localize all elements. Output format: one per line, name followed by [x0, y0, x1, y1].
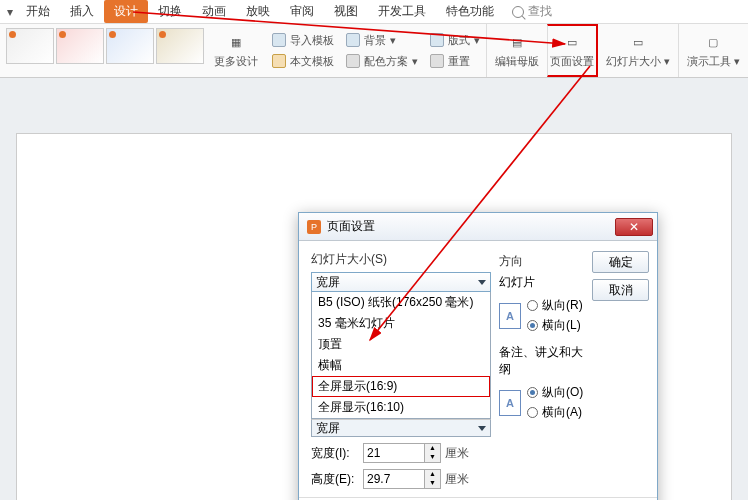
chevron-down-icon: [478, 280, 486, 285]
app-icon: P: [307, 220, 321, 234]
combo-footer[interactable]: 宽屏: [311, 419, 491, 437]
color-scheme-button[interactable]: 配色方案 ▾: [346, 51, 418, 71]
width-spinner[interactable]: ▲▼: [363, 443, 441, 463]
grid-icon: ▦: [226, 33, 246, 53]
tab-design[interactable]: 设计: [104, 0, 148, 23]
size-group-label: 幻灯片大小(S): [311, 251, 491, 268]
tab-start[interactable]: 开始: [16, 0, 60, 23]
orientation-group-label: 方向: [499, 253, 584, 270]
layout-label: 版式: [448, 33, 470, 48]
ok-button[interactable]: 确定: [592, 251, 649, 273]
height-label: 高度(E):: [311, 471, 359, 488]
tab-developer[interactable]: 开发工具: [368, 0, 436, 23]
notes-orientation-label: 备注、讲义和大纲: [499, 344, 584, 378]
theme-thumb[interactable]: [106, 28, 154, 64]
tab-slideshow[interactable]: 放映: [236, 0, 280, 23]
import-template-label: 导入模板: [290, 33, 334, 48]
slide-size-combo[interactable]: 宽屏: [311, 272, 491, 292]
spin-up-icon[interactable]: ▲: [425, 470, 440, 479]
this-template-label: 本文模板: [290, 54, 334, 69]
slide-orientation-label: 幻灯片: [499, 274, 584, 291]
theme-gallery[interactable]: [0, 24, 206, 77]
reset-button[interactable]: 重置: [430, 51, 480, 71]
edit-master-button[interactable]: ▤ 编辑母版: [486, 24, 547, 77]
orientation-preview-icon: A: [499, 390, 521, 416]
more-designs-button[interactable]: ▦ 更多设计: [206, 24, 266, 77]
master-icon: ▤: [507, 33, 527, 53]
tabs-caret[interactable]: ▾: [4, 5, 16, 19]
width-label: 宽度(I):: [311, 445, 359, 462]
tab-transition[interactable]: 切换: [148, 0, 192, 23]
orientation-preview-icon: A: [499, 303, 521, 329]
page-setup-icon: ▭: [562, 33, 582, 53]
spin-up-icon[interactable]: ▲: [425, 444, 440, 453]
slide-size-icon: ▭: [628, 33, 648, 53]
tab-review[interactable]: 审阅: [280, 0, 324, 23]
combo-footer-value: 宽屏: [316, 420, 340, 437]
theme-thumb[interactable]: [156, 28, 204, 64]
slide-size-label: 幻灯片大小 ▾: [606, 54, 670, 69]
presentation-tools-label: 演示工具 ▾: [687, 54, 740, 69]
dialog-title: 页面设置: [327, 218, 375, 235]
height-input[interactable]: [364, 470, 424, 488]
spin-down-icon[interactable]: ▼: [425, 479, 440, 488]
chevron-down-icon: ▾: [474, 34, 480, 47]
search-box[interactable]: 查找: [512, 3, 552, 20]
more-designs-label: 更多设计: [214, 54, 258, 69]
tab-special[interactable]: 特色功能: [436, 0, 504, 23]
width-input[interactable]: [364, 444, 424, 462]
presentation-tools-button[interactable]: ▢ 演示工具 ▾: [678, 24, 748, 77]
list-item[interactable]: 顶置: [312, 334, 490, 355]
search-placeholder: 查找: [528, 3, 552, 20]
this-template-button[interactable]: 本文模板: [272, 51, 334, 71]
tab-insert[interactable]: 插入: [60, 0, 104, 23]
tab-view[interactable]: 视图: [324, 0, 368, 23]
list-item[interactable]: 横幅: [312, 355, 490, 376]
landscape-radio[interactable]: 横向(L): [527, 317, 583, 334]
cancel-button[interactable]: 取消: [592, 279, 649, 301]
list-item[interactable]: B5 (ISO) 纸张(176x250 毫米): [312, 292, 490, 313]
height-spinner[interactable]: ▲▼: [363, 469, 441, 489]
chevron-down-icon: ▾: [412, 55, 418, 68]
close-button[interactable]: ✕: [615, 218, 653, 236]
unit-label: 厘米: [445, 445, 469, 462]
layout-button[interactable]: 版式 ▾: [430, 30, 480, 50]
spin-down-icon[interactable]: ▼: [425, 453, 440, 462]
background-button[interactable]: 背景 ▾: [346, 30, 418, 50]
notes-portrait-radio[interactable]: 纵向(O): [527, 384, 583, 401]
list-item-highlighted[interactable]: 全屏显示(16:9): [312, 376, 490, 397]
reset-label: 重置: [448, 54, 470, 69]
list-item[interactable]: 全屏显示(16:10): [312, 397, 490, 418]
size-listbox[interactable]: B5 (ISO) 纸张(176x250 毫米) 35 毫米幻灯片 顶置 横幅 全…: [311, 292, 491, 419]
chevron-down-icon: [478, 426, 486, 431]
page-setup-dialog: P 页面设置 ✕ 幻灯片大小(S) 宽屏 B5 (ISO) 纸张(176x250…: [298, 212, 658, 500]
edit-master-label: 编辑母版: [495, 54, 539, 69]
dialog-titlebar[interactable]: P 页面设置 ✕: [299, 213, 657, 241]
page-setup-label: 页面设置: [550, 54, 594, 69]
chevron-down-icon: ▾: [390, 34, 396, 47]
page-setup-button[interactable]: ▭ 页面设置: [547, 24, 598, 77]
theme-thumb[interactable]: [56, 28, 104, 64]
presentation-icon: ▢: [703, 33, 723, 53]
slide-size-button[interactable]: ▭ 幻灯片大小 ▾: [598, 24, 678, 77]
background-label: 背景: [364, 33, 386, 48]
unit-label: 厘米: [445, 471, 469, 488]
theme-thumb[interactable]: [6, 28, 54, 64]
color-scheme-label: 配色方案: [364, 54, 408, 69]
portrait-radio[interactable]: 纵向(R): [527, 297, 583, 314]
tab-animation[interactable]: 动画: [192, 0, 236, 23]
notes-landscape-radio[interactable]: 横向(A): [527, 404, 583, 421]
search-icon: [512, 6, 524, 18]
combo-value: 宽屏: [316, 274, 340, 291]
list-item[interactable]: 35 毫米幻灯片: [312, 313, 490, 334]
import-template-button[interactable]: 导入模板: [272, 30, 334, 50]
